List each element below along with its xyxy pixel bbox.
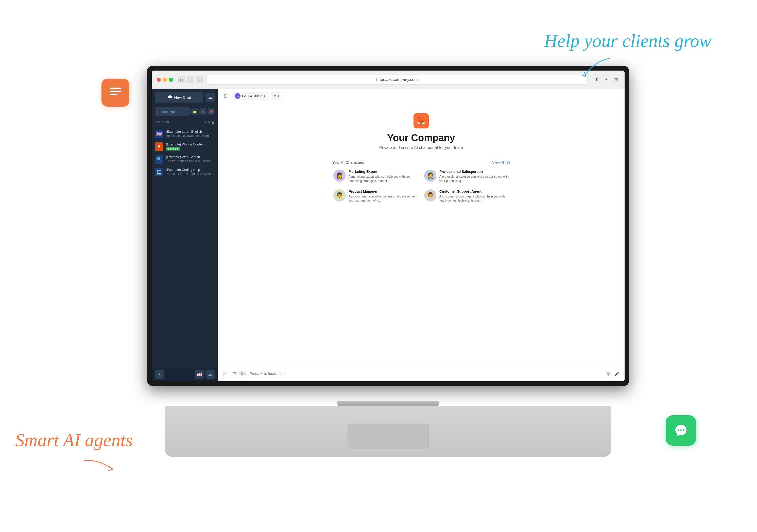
dot-green[interactable] [169, 78, 173, 82]
cloud-btn[interactable]: ☁ [205, 369, 215, 379]
sidebar-header: 💬 New Chat ☰ [152, 89, 218, 106]
microphone-icon[interactable]: 🎤 [613, 370, 621, 377]
chat-avatar-coding-help: 💻 [155, 168, 164, 176]
char-avatar-support: 👩‍💼 [424, 189, 436, 202]
chat-avatar-learn-english: 🇬🇧 [155, 130, 164, 138]
hamburger-button[interactable]: ☰ [205, 93, 215, 102]
company-logo: 🦊 [413, 113, 429, 128]
search-placeholder: Search chats... [157, 110, 179, 114]
chat-item-coding-help[interactable]: 💻 (Example) Coding Help To send a HTTP r… [152, 166, 218, 178]
character-salesperson[interactable]: 🤵 Professional Salesperson A professiona… [423, 169, 510, 184]
chat-preview-web-search: The top stories being discussed on H... [166, 159, 215, 163]
laptop-trackpad[interactable] [348, 424, 429, 449]
company-tagline: Private and secure AI chat portal for yo… [379, 145, 463, 150]
chat-item-web-search[interactable]: 🔍 (Example) Web Search The top stories b… [152, 153, 218, 166]
arrow-top-right [564, 56, 615, 81]
chat-title-writing-content: (Example) Writing Content [166, 142, 215, 146]
chat-item-learn-english[interactable]: 🇬🇧 (Example) Learn English Here's a brea… [152, 128, 218, 141]
character-customer-support[interactable]: 👩‍💼 Customer Support Agent A customer su… [423, 188, 510, 204]
dot-yellow[interactable] [163, 78, 167, 82]
new-chat-label: New Chat [174, 95, 191, 100]
browser-chrome: ⊟ ‹ › https://ai.company.com ⬆ + ⊞ [152, 71, 624, 89]
view-all-button[interactable]: View All (8) [492, 160, 510, 165]
char-desc-marketing: A marketing expert who can help you with… [348, 174, 418, 183]
sidebar-bottom-right: 🇺🇸 ☁ [195, 369, 215, 379]
character-product-manager[interactable]: 👨 Product Manager A product manager who … [332, 188, 419, 204]
attachment-icon[interactable]: 📎 [605, 370, 612, 377]
browser-dots [157, 78, 173, 82]
arrow-bottom-left [76, 456, 122, 476]
back-btn[interactable]: ‹ [187, 76, 194, 83]
model-icon: G [235, 93, 240, 99]
new-chat-button[interactable]: 💬 New Chat [155, 92, 203, 103]
plugin-icon: ✦ [273, 93, 277, 99]
ai-characters-section: Your AI Characters View All (8) 👩 Market… [332, 160, 510, 204]
url-text: https://ai.company.com [376, 78, 417, 82]
add-icon[interactable]: + [204, 120, 206, 124]
char-avatar-product: 👨 [333, 189, 346, 202]
input-left-icons: 📄 🏷 ⌘K [222, 370, 247, 377]
section-header: › CRM 19 + ✎ 🗑 [155, 119, 215, 125]
screen-inner: ⊟ ‹ › https://ai.company.com ⬆ + ⊞ [152, 71, 624, 381]
svg-rect-0 [110, 87, 121, 89]
chat-input-field[interactable] [250, 368, 602, 379]
laptop-base [122, 401, 654, 472]
chat-info-writing-content: (Example) Writing Content marketing [166, 142, 215, 151]
search-icons: 📁 🏷 📌 [191, 108, 215, 115]
chat-main: 🦊 Your Company Private and secure AI cha… [218, 103, 624, 366]
svg-rect-2 [110, 94, 117, 95]
section-header-left: › CRM 19 [155, 120, 169, 124]
chat-list: 🇬🇧 (Example) Learn English Here's a brea… [152, 127, 218, 179]
flag-btn[interactable]: 🇺🇸 [195, 369, 204, 379]
model-selector[interactable]: G GPT-4 Turbo ▾ [232, 92, 268, 100]
char-name-marketing: Marketing Expert [348, 170, 418, 173]
ai-chars-title: Your AI Characters [332, 160, 364, 165]
chat-title-web-search: (Example) Web Search [166, 155, 215, 159]
tag-icon[interactable]: 🏷 [230, 370, 237, 377]
bottom-left-annotation: Smart AI agents [15, 430, 133, 451]
company-name: Your Company [387, 133, 455, 143]
folder-icon-btn[interactable]: 📁 [191, 108, 198, 115]
forward-btn[interactable]: › [197, 76, 203, 83]
svg-point-4 [680, 429, 681, 431]
marketing-tag: marketing [166, 147, 180, 150]
welcome-section: 🦊 Your Company Private and secure AI cha… [379, 113, 463, 150]
char-info-marketing: Marketing Expert A marketing expert who … [348, 170, 418, 183]
model-chevron: ▾ [264, 94, 265, 98]
url-bar[interactable]: https://ai.company.com [206, 75, 588, 84]
svg-rect-1 [110, 91, 121, 92]
model-name: GPT-4 Turbo [242, 94, 262, 98]
input-right-icons: 📎 🎤 [605, 370, 621, 377]
chat-title-coding-help: (Example) Coding Help [166, 168, 215, 172]
topbar-sidebar-toggle[interactable]: ⊟ [222, 92, 229, 100]
laptop-palm-rest [165, 406, 611, 457]
dot-red[interactable] [157, 78, 161, 82]
chat-item-writing-content[interactable]: A (Example) Writing Content marketing [152, 141, 218, 153]
edit-icon[interactable]: ✎ [207, 120, 210, 124]
search-input[interactable]: Search chats... [155, 107, 190, 116]
svg-point-5 [683, 429, 684, 431]
chat-info-coding-help: (Example) Coding Help To send a HTTP req… [166, 168, 215, 176]
shortcut-text: ⌘K [240, 372, 246, 375]
ai-chars-header: Your AI Characters View All (8) [332, 160, 510, 165]
char-name-support: Customer Support Agent [439, 189, 509, 193]
search-area: Search chats... 📁 🏷 📌 [152, 106, 218, 118]
doc-icon[interactable]: 📄 [222, 370, 229, 377]
characters-grid: 👩 Marketing Expert A marketing expert wh… [332, 169, 510, 204]
crm-section: › CRM 19 + ✎ 🗑 [152, 118, 218, 127]
shortcut-badge: ⌘K [239, 371, 247, 376]
up-arrow-btn[interactable]: ▲ [155, 369, 164, 379]
sidebar-toggle-btn[interactable]: ⊟ [178, 76, 185, 83]
tag-icon-btn[interactable]: 🏷 [199, 108, 206, 115]
section-count: 19 [166, 120, 169, 124]
char-avatar-marketing: 👩 [333, 170, 346, 182]
section-actions: + ✎ 🗑 [204, 120, 215, 124]
character-marketing-expert[interactable]: 👩 Marketing Expert A marketing expert wh… [332, 169, 419, 184]
delete-icon[interactable]: 🗑 [211, 120, 215, 124]
plugin-button[interactable]: ✦ ▾ [271, 92, 281, 100]
char-desc-support: A customer support agent who can help yo… [439, 194, 509, 203]
laptop: ⊟ ‹ › https://ai.company.com ⬆ + ⊞ [122, 66, 654, 472]
pin-icon-btn[interactable]: 📌 [207, 108, 215, 115]
svg-point-3 [678, 429, 679, 431]
char-info-product: Product Manager A product manager who ov… [348, 189, 418, 203]
